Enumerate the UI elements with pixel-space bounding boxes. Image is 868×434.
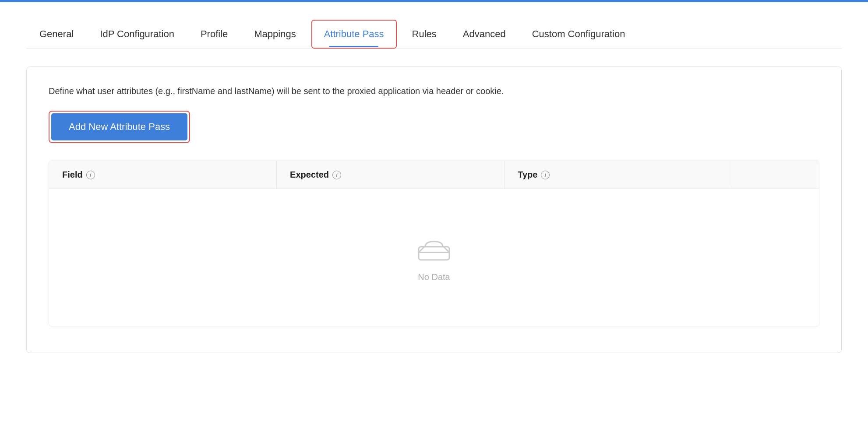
add-new-attribute-pass-button[interactable]: Add New Attribute Pass bbox=[51, 113, 187, 140]
attribute-pass-table: Field i Expected i Type i bbox=[49, 161, 819, 326]
column-expected-label: Expected bbox=[290, 170, 329, 180]
column-field-label: Field bbox=[62, 170, 83, 180]
tab-profile[interactable]: Profile bbox=[187, 20, 241, 49]
column-type-label: Type bbox=[518, 170, 537, 180]
tab-mappings[interactable]: Mappings bbox=[241, 20, 309, 49]
no-data-icon bbox=[416, 233, 452, 263]
tab-attribute-pass[interactable]: Attribute Pass bbox=[313, 21, 395, 47]
column-field: Field i bbox=[49, 161, 277, 189]
tab-advanced[interactable]: Advanced bbox=[450, 20, 519, 49]
add-button-highlight: Add New Attribute Pass bbox=[49, 111, 190, 143]
page-container: General IdP Configuration Profile Mappin… bbox=[0, 2, 868, 434]
content-card: Define what user attributes (e.g., first… bbox=[26, 66, 842, 353]
no-data-text: No Data bbox=[418, 272, 450, 282]
column-expected: Expected i bbox=[277, 161, 505, 189]
description-text: Define what user attributes (e.g., first… bbox=[49, 84, 819, 98]
tab-rules[interactable]: Rules bbox=[399, 20, 450, 49]
column-actions bbox=[732, 161, 819, 189]
expected-info-icon[interactable]: i bbox=[332, 171, 341, 179]
tab-custom-configuration[interactable]: Custom Configuration bbox=[519, 20, 639, 49]
empty-state: No Data bbox=[49, 189, 819, 326]
tabs-navigation: General IdP Configuration Profile Mappin… bbox=[26, 2, 842, 49]
main-content: Define what user attributes (e.g., first… bbox=[26, 49, 842, 371]
column-type: Type i bbox=[505, 161, 732, 189]
tab-idp-configuration[interactable]: IdP Configuration bbox=[87, 20, 187, 49]
type-info-icon[interactable]: i bbox=[541, 171, 550, 179]
field-info-icon[interactable]: i bbox=[86, 171, 95, 179]
tab-attribute-pass-wrapper: Attribute Pass bbox=[311, 20, 397, 49]
tab-general[interactable]: General bbox=[26, 20, 87, 49]
table-header: Field i Expected i Type i bbox=[49, 161, 819, 189]
